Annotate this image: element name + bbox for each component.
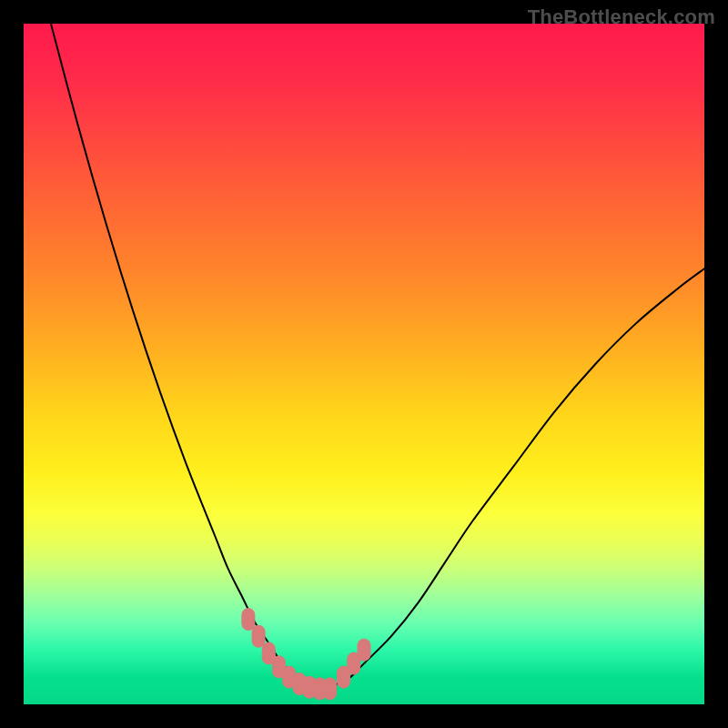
marker-layer [242,609,370,700]
curve-layer [51,24,704,684]
data-marker [324,678,337,700]
plot-area [24,24,704,704]
data-marker [358,639,370,661]
watermark-text: TheBottleneck.com [528,5,715,29]
curve-right-branch [337,268,704,683]
curve-left-branch [51,24,303,684]
chart-svg [24,24,704,704]
chart-frame: TheBottleneck.com [0,0,728,728]
data-marker [242,609,255,631]
data-marker [252,625,265,647]
